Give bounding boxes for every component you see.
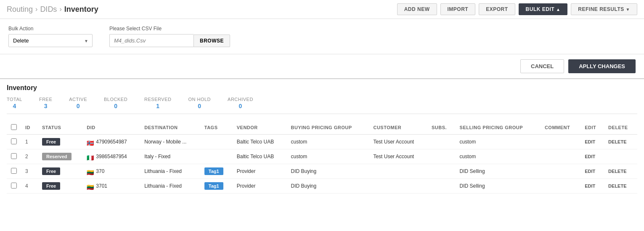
- csv-file-input[interactable]: [109, 34, 193, 47]
- stat-label: ACTIVE: [69, 97, 87, 102]
- row-id: 3: [21, 164, 38, 179]
- row-edit: EDIT: [580, 179, 604, 194]
- delete-link[interactable]: DELETE: [608, 139, 626, 144]
- flag-icon: 🇱🇹: [87, 184, 94, 189]
- row-edit: EDIT: [580, 164, 604, 179]
- status-badge: Free: [42, 138, 60, 146]
- row-buying-pricing-group: custom: [287, 135, 369, 149]
- breadcrumb-sep-1: ›: [35, 5, 37, 13]
- apply-changes-button[interactable]: APLLY CHANGES: [568, 59, 636, 73]
- flag-icon: 🇳🇴: [87, 140, 94, 145]
- stat-value[interactable]: 0: [239, 103, 242, 109]
- edit-link[interactable]: EDIT: [585, 183, 595, 189]
- row-buying-pricing-group: custom: [287, 149, 369, 164]
- breadcrumb-inventory: Inventory: [64, 5, 98, 14]
- stat-free: FREE 3: [39, 97, 61, 109]
- csv-file-group: Please Select CSV File BROWSE: [109, 26, 230, 47]
- col-buying-pricing-group: BUYING PRICING GROUP: [287, 121, 369, 135]
- header: Routing › DIDs › Inventory ADD NEW IMPOR…: [0, 0, 644, 19]
- stat-total: TOTAL 4: [7, 97, 31, 109]
- edit-link[interactable]: EDIT: [585, 139, 595, 144]
- inventory-section: Inventory TOTAL 4 FREE 3 ACTIVE 0 BLOCKE…: [0, 79, 644, 194]
- inventory-title: Inventory: [7, 84, 637, 92]
- row-selling-pricing-group: custom: [456, 149, 541, 164]
- bulk-action-select-wrapper: Delete Activate Block Reserve ▼: [8, 34, 93, 47]
- row-selling-pricing-group: custom: [456, 135, 541, 149]
- col-status: STATUS: [38, 121, 82, 135]
- row-checkbox[interactable]: [11, 153, 17, 159]
- stat-value[interactable]: 3: [44, 103, 48, 109]
- stat-label: ON HOLD: [188, 97, 211, 102]
- tag-badge: Tag1: [204, 167, 223, 175]
- add-new-button[interactable]: ADD NEW: [397, 3, 437, 15]
- row-delete: DELETE: [604, 135, 637, 149]
- stat-blocked: BLOCKED 0: [104, 97, 136, 109]
- bulk-action-bar: Bulk Action Delete Activate Block Reserv…: [0, 19, 644, 54]
- bulk-edit-button[interactable]: BULK EDIT ▲: [519, 3, 568, 15]
- col-subs: SUBS.: [427, 121, 456, 135]
- cancel-button[interactable]: CANCEL: [520, 59, 564, 73]
- row-selling-pricing-group: DID Selling: [456, 179, 541, 194]
- stat-label: BLOCKED: [104, 97, 127, 102]
- row-edit: EDIT: [580, 149, 604, 164]
- delete-link[interactable]: DELETE: [608, 169, 626, 174]
- stat-value[interactable]: 4: [13, 103, 16, 109]
- row-checkbox[interactable]: [11, 138, 17, 144]
- breadcrumb-sep-2: ›: [59, 5, 61, 13]
- row-tags: [200, 149, 233, 164]
- col-destination: DESTINATION: [140, 121, 200, 135]
- stat-value[interactable]: 1: [156, 103, 159, 109]
- row-id: 4: [21, 179, 38, 194]
- row-id: 2: [21, 149, 38, 164]
- status-badge: Free: [42, 182, 60, 190]
- breadcrumb-routing[interactable]: Routing: [7, 5, 33, 14]
- import-button[interactable]: IMPORT: [440, 3, 476, 15]
- breadcrumb-dids[interactable]: DIDs: [40, 5, 57, 14]
- table-row: 2 Reserved 🇮🇹39865487954 Italy - Fixed B…: [7, 149, 637, 164]
- header-buttons: ADD NEW IMPORT EXPORT BULK EDIT ▲ REFINE…: [397, 3, 637, 15]
- col-did: DID: [82, 121, 140, 135]
- status-badge: Reserved: [42, 153, 72, 160]
- row-checkbox[interactable]: [11, 168, 17, 174]
- col-id: ID: [21, 121, 38, 135]
- col-vendor: VENDOR: [233, 121, 287, 135]
- select-all-checkbox[interactable]: [11, 124, 17, 130]
- row-customer: Test User Account: [369, 135, 427, 149]
- edit-link[interactable]: EDIT: [585, 169, 595, 174]
- row-did: 🇱🇹3701: [82, 179, 140, 194]
- bulk-action-select[interactable]: Delete Activate Block Reserve: [8, 34, 93, 47]
- row-vendor: Provider: [233, 164, 287, 179]
- col-tags: TAGS: [200, 121, 233, 135]
- refine-results-button[interactable]: REFINE RESULTS ▼: [571, 3, 637, 15]
- status-badge: Free: [42, 167, 60, 175]
- row-destination: Italy - Fixed: [140, 149, 200, 164]
- row-selling-pricing-group: DID Selling: [456, 164, 541, 179]
- delete-link[interactable]: DELETE: [608, 183, 626, 189]
- row-comment: [541, 179, 580, 194]
- stat-on-hold: ON HOLD 0: [188, 97, 219, 109]
- row-destination: Norway - Mobile ...: [140, 135, 200, 149]
- stat-label: RESERVED: [144, 97, 171, 102]
- row-status: Free: [38, 135, 82, 149]
- row-did: 🇱🇹370: [82, 164, 140, 179]
- stat-label: TOTAL: [7, 97, 22, 102]
- browse-button[interactable]: BROWSE: [193, 35, 230, 47]
- stat-value[interactable]: 0: [114, 103, 117, 109]
- row-tags: [200, 135, 233, 149]
- row-checkbox[interactable]: [11, 183, 17, 189]
- col-customer: CUSTOMER: [369, 121, 427, 135]
- export-button[interactable]: EXPORT: [479, 3, 515, 15]
- bulk-action-group: Bulk Action Delete Activate Block Reserv…: [8, 26, 93, 47]
- stat-value[interactable]: 0: [198, 103, 201, 109]
- row-comment: [541, 135, 580, 149]
- row-customer: [369, 179, 427, 194]
- table-header: ID STATUS DID DESTINATION TAGS VENDOR BU…: [7, 121, 637, 135]
- edit-link[interactable]: EDIT: [585, 154, 595, 159]
- col-comment: COMMENT: [541, 121, 580, 135]
- col-edit: EDIT: [580, 121, 604, 135]
- stat-value[interactable]: 0: [77, 103, 80, 109]
- breadcrumb: Routing › DIDs › Inventory: [7, 5, 98, 14]
- bulk-action-label: Bulk Action: [8, 26, 93, 32]
- row-customer: Test User Account: [369, 149, 427, 164]
- row-comment: [541, 164, 580, 179]
